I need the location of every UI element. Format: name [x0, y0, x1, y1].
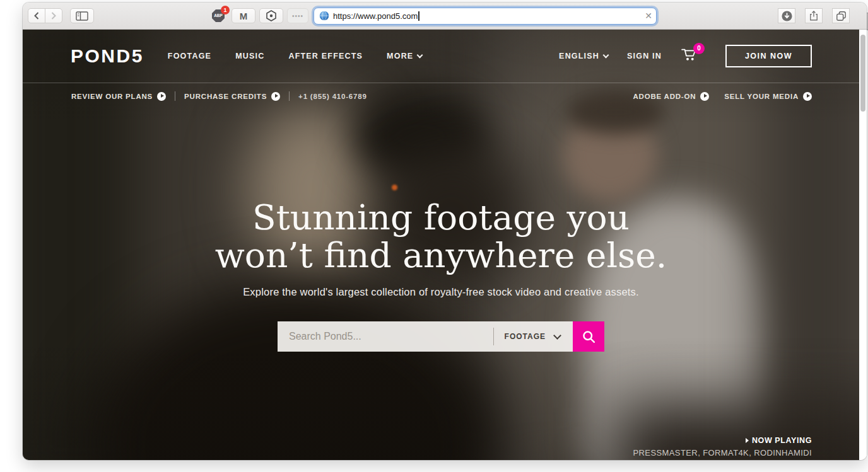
clear-url-icon[interactable]: ✕ — [645, 11, 652, 20]
subnav: REVIEW OUR PLANS PURCHASE CREDITS +1 (85… — [23, 83, 859, 109]
forward-icon — [50, 12, 57, 20]
video-credits: PRESSMASTER, FORMAT4K, RODINHAMIDI — [633, 448, 812, 458]
play-circle-icon — [157, 92, 166, 101]
tabs-icon — [836, 11, 847, 21]
now-playing-label: NOW PLAYING — [633, 436, 812, 445]
scrollbar-thumb[interactable] — [860, 35, 865, 112]
tab-overview-button[interactable] — [832, 8, 850, 23]
share-button[interactable] — [805, 8, 823, 23]
phone-number: +1 (855) 410-6789 — [298, 93, 367, 100]
m-extension-icon: M — [240, 11, 248, 21]
search-category-dropdown[interactable]: FOOTAGE — [494, 332, 573, 341]
back-button[interactable] — [28, 8, 45, 23]
nav-after-effects[interactable]: AFTER EFFECTS — [288, 52, 363, 60]
search-field: FOOTAGE — [278, 321, 573, 352]
join-now-button[interactable]: JOIN NOW — [725, 45, 812, 67]
text-caret — [418, 11, 419, 21]
m-extension-button[interactable]: M — [232, 8, 255, 23]
hero-title-line2: won’t find anywhere else. — [23, 236, 859, 274]
cart-button[interactable]: 0 — [681, 48, 698, 64]
back-icon — [33, 12, 40, 20]
toolbar-right-group — [778, 8, 850, 23]
hero-video-background: POND5 FOOTAGE MUSIC AFTER EFFECTS MORE E… — [23, 30, 859, 460]
search-input[interactable] — [278, 321, 493, 352]
play-circle-icon — [700, 92, 709, 101]
pond5-logo[interactable]: POND5 — [71, 45, 144, 67]
hero-subtitle: Explore the world's largest collection o… — [23, 286, 859, 298]
page-content: POND5 FOOTAGE MUSIC AFTER EFFECTS MORE E… — [23, 30, 867, 460]
extensions-group: ABP 1 M •••• — [209, 8, 308, 23]
chevron-down-icon — [603, 52, 609, 58]
downloads-button[interactable] — [778, 8, 795, 23]
share-icon — [809, 10, 819, 21]
more-extensions-button[interactable]: •••• — [287, 8, 308, 23]
hexagon-extension-button[interactable] — [259, 8, 283, 23]
adblock-extension-button[interactable]: ABP 1 — [209, 8, 228, 23]
hero-copy: Stunning footage you won’t find anywhere… — [23, 199, 859, 298]
address-bar[interactable]: https://www.pond5.com ✕ — [314, 8, 657, 25]
chevron-down-icon — [417, 52, 423, 58]
cart-count-badge: 0 — [693, 43, 705, 54]
scrollbar-track[interactable] — [859, 30, 867, 460]
subnav-left: REVIEW OUR PLANS PURCHASE CREDITS +1 (85… — [71, 91, 367, 101]
hexagon-icon — [265, 9, 278, 22]
sidebar-toggle-button[interactable] — [70, 8, 94, 23]
forward-button[interactable] — [45, 8, 62, 23]
divider — [289, 91, 290, 101]
nav-music[interactable]: MUSIC — [235, 52, 264, 60]
nav-footage[interactable]: FOOTAGE — [168, 52, 211, 60]
review-plans-link[interactable]: REVIEW OUR PLANS — [71, 92, 166, 101]
hero-search-bar: FOOTAGE — [278, 321, 604, 352]
play-triangle-icon — [746, 438, 749, 443]
url-text: https://www.pond5.com — [333, 11, 418, 21]
subnav-right: ADOBE ADD-ON SELL YOUR MEDIA — [633, 92, 812, 101]
play-circle-icon — [803, 92, 812, 101]
sign-in-link[interactable]: SIGN IN — [627, 52, 662, 60]
chevron-down-icon — [553, 331, 561, 340]
language-selector[interactable]: ENGLISH — [559, 52, 608, 60]
play-circle-icon — [271, 92, 280, 101]
site-favicon-globe-icon — [319, 11, 329, 21]
adblock-badge: 1 — [221, 6, 230, 14]
browser-window: ABP 1 M •••• https://www.pond5.c — [23, 3, 867, 460]
search-icon — [582, 330, 596, 344]
header-right: ENGLISH SIGN IN 0 JOIN NOW — [559, 45, 812, 67]
sell-your-media-link[interactable]: SELL YOUR MEDIA — [724, 92, 812, 101]
main-nav: FOOTAGE MUSIC AFTER EFFECTS MORE — [168, 52, 423, 60]
adobe-addon-link[interactable]: ADOBE ADD-ON — [633, 92, 709, 101]
divider — [175, 91, 175, 101]
search-button[interactable] — [573, 321, 604, 352]
site-header: POND5 FOOTAGE MUSIC AFTER EFFECTS MORE E… — [71, 41, 812, 71]
hero-title-line1: Stunning footage you — [23, 199, 859, 236]
nav-more[interactable]: MORE — [387, 52, 422, 60]
downloads-icon — [781, 10, 793, 22]
purchase-credits-link[interactable]: PURCHASE CREDITS — [184, 92, 280, 101]
now-playing: NOW PLAYING PRESSMASTER, FORMAT4K, RODIN… — [633, 436, 812, 458]
browser-toolbar: ABP 1 M •••• https://www.pond5.c — [23, 3, 867, 30]
sidebar-icon — [76, 11, 88, 21]
